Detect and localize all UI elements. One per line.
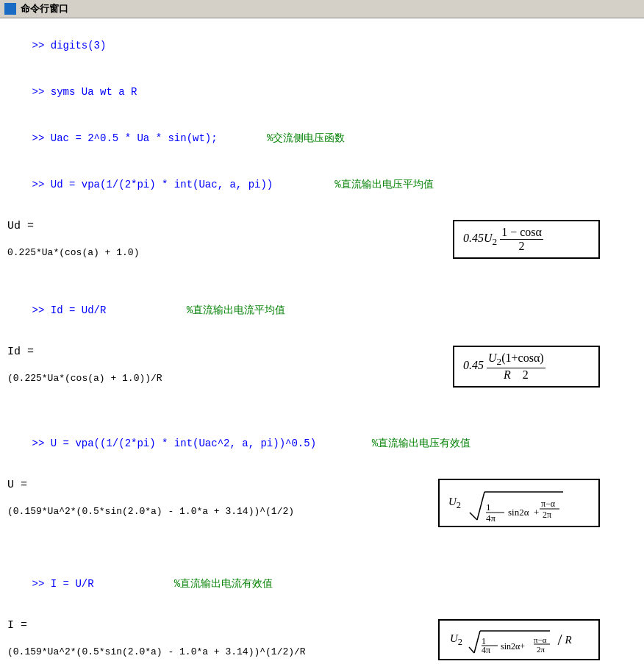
svg-text:1: 1 (486, 501, 491, 513)
svg-line-12 (474, 631, 480, 653)
u-sqrt-svg: 1 4π sin2α π−α 2π + (464, 485, 567, 521)
cmd-syms-text: >> syms Ua wt a R (32, 86, 137, 98)
svg-text:2π: 2π (543, 510, 551, 520)
cmd-id: >> Id = Ud/R %直流输出电流平均值 (7, 288, 637, 334)
cmd-uac: >> Uac = 2^0.5 * Ua * sin(wt); %交流侧电压函数 (7, 115, 637, 162)
svg-text:2π: 2π (537, 645, 545, 654)
u-result-section: U = (0.159*Ua^2*(0.5*sin(2.0*a) - 1.0*a … (7, 479, 637, 552)
cmd-id-comment: %直流输出电流平均值 (106, 304, 285, 316)
ud-math-box: 0.45U2 1 − cosα 2 (453, 220, 600, 259)
i-sqrt-num-svg: 1 4π sin2α+ π−α 2π (465, 625, 554, 654)
cmd-ud-comment: %直流输出电压平均值 (273, 179, 433, 190)
content-area: >> digits(3) >> syms Ua wt a R >> Uac = … (0, 18, 644, 664)
svg-text:4π: 4π (482, 645, 490, 654)
cmd-i-comment: %直流输出电流有效值 (94, 578, 273, 590)
id-math-box: 0.45 U2(1+cosα) R 2 (453, 346, 600, 388)
cmd-uac-comment: %交流侧电压函数 (218, 132, 346, 144)
svg-text:4π: 4π (486, 513, 496, 521)
svg-line-1 (477, 492, 484, 520)
cmd-u-code: >> U = vpa((1/(2*pi) * int(Uac^2, a, pi)… (32, 438, 316, 449)
title-icon (4, 3, 16, 15)
cmd-digits: >> digits(3) (7, 23, 637, 69)
cmd-i: >> I = U/R %直流输出电流有效值 (7, 561, 637, 607)
cmd-u: >> U = vpa((1/(2*pi) * int(Uac^2, a, pi)… (7, 421, 637, 467)
svg-text:sin2α+: sin2α+ (501, 641, 525, 651)
cmd-syms: >> syms Ua wt a R (7, 69, 637, 115)
cmd-id-code: >> Id = Ud/R (32, 304, 107, 316)
cmd-u-comment: %直流输出电压有效值 (316, 438, 471, 449)
ud-result-section: Ud = 0.225*Ua*(cos(a) + 1.0) 0.45U2 1 − … (7, 220, 637, 279)
svg-line-0 (470, 513, 477, 520)
svg-text:π−α: π−α (534, 635, 547, 644)
i-result-section: I = (0.159*Ua^2*(0.5*sin(2.0*a) - 1.0*a … (7, 619, 637, 664)
cmd-ud-code: >> Ud = vpa(1/(2*pi) * int(Uac, a, pi)) (32, 179, 273, 190)
svg-text:sin2α: sin2α (508, 507, 529, 518)
svg-text:π−α: π−α (541, 499, 556, 509)
title-text: 命令行窗口 (21, 2, 68, 15)
i-math-box: U2 1 4π sin2α+ π−α 2π / R (438, 619, 600, 660)
svg-line-11 (469, 647, 474, 653)
cmd-i-code: >> I = U/R (32, 578, 94, 590)
svg-text:+: + (534, 507, 539, 518)
title-bar: 命令行窗口 (0, 0, 644, 18)
cmd-ud: >> Ud = vpa(1/(2*pi) * int(Uac, a, pi)) … (7, 162, 637, 208)
cmd-digits-text: >> digits(3) (32, 40, 107, 51)
cmd-uac-code: >> Uac = 2^0.5 * Ua * sin(wt); (32, 132, 218, 144)
u-math-box: U2 1 4π sin2α π−α 2π + (438, 479, 600, 527)
id-result-section: Id = (0.225*Ua*(cos(a) + 1.0))/R 0.45 U2… (7, 346, 637, 412)
